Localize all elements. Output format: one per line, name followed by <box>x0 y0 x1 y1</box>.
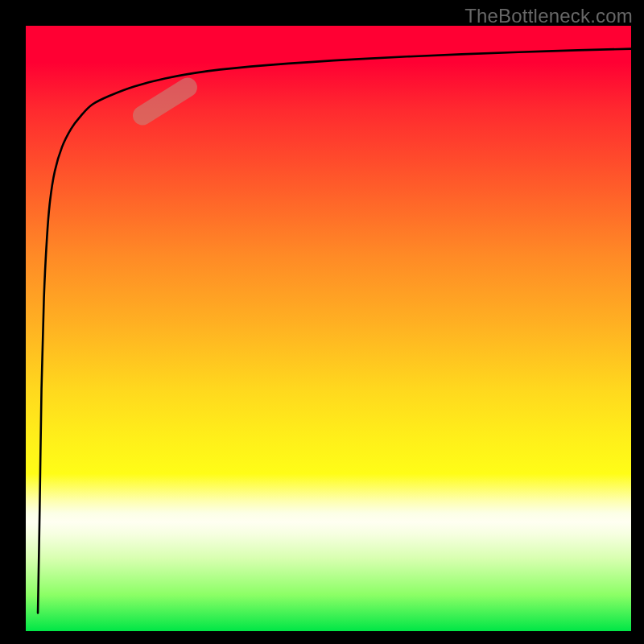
curve-marker <box>129 74 200 129</box>
curve-layer <box>26 26 631 631</box>
chart-stage: TheBottleneck.com <box>0 0 644 644</box>
bottleneck-curve <box>38 49 631 613</box>
watermark-label: TheBottleneck.com <box>464 5 633 27</box>
svg-rect-0 <box>129 74 200 129</box>
plot-area <box>26 26 631 631</box>
